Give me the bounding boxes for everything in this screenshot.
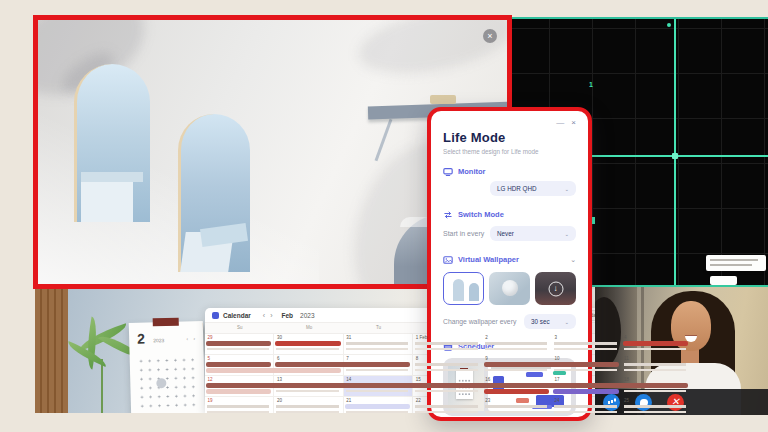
- paper-year: 2023: [153, 337, 164, 343]
- day-number: 10: [555, 356, 560, 361]
- day-number: 18: [624, 377, 629, 382]
- day-number: 15: [416, 377, 421, 382]
- chevron-down-icon: ⌄: [564, 231, 569, 237]
- start-in-every-label: Start in every: [443, 230, 484, 237]
- chevron-down-icon: ⌄: [564, 186, 569, 192]
- arched-window: [74, 64, 150, 222]
- change-wallpaper-label: Change wallpaper every: [443, 318, 516, 325]
- chat-button[interactable]: [635, 394, 652, 411]
- monitor-dropdown-value: LG HDR QHD: [497, 185, 537, 192]
- leaf-shadow: [353, 15, 512, 86]
- day-number: 16: [485, 377, 490, 382]
- switch-mode-label: Switch Mode: [458, 210, 504, 219]
- paper-day-grid: [137, 355, 198, 411]
- day-number: 22: [416, 398, 421, 403]
- next-month-button[interactable]: ›: [270, 312, 272, 319]
- switch-mode-section: Switch Mode: [443, 210, 576, 219]
- panel-title: Life Mode: [443, 130, 576, 145]
- minimize-icon[interactable]: —: [556, 119, 564, 127]
- chart-dot: [667, 23, 671, 27]
- shelf-bracket: [375, 119, 393, 161]
- close-icon[interactable]: ×: [483, 29, 497, 43]
- day-number: 2: [485, 335, 488, 340]
- calendar-event[interactable]: [345, 404, 410, 409]
- chart-tooltip-button[interactable]: [710, 276, 737, 285]
- wallpaper-thumbnail-round-chair-room[interactable]: [489, 272, 530, 305]
- change-interval-dropdown[interactable]: 30 sec ⌄: [524, 314, 576, 329]
- day-number: 23: [485, 398, 490, 403]
- crosshair-vertical-line: [674, 19, 676, 285]
- panel-subtitle: Select theme design for Life mode: [443, 148, 576, 155]
- desk-calendar-card: 2 2023 ‹ ›: [129, 321, 205, 413]
- calendar-day-cell[interactable]: 19: [205, 397, 274, 413]
- day-number: 8: [416, 356, 419, 361]
- wallpaper-thumbnail-download-more[interactable]: ↓: [535, 272, 576, 305]
- chart-tooltip: [706, 255, 766, 271]
- calendar-event[interactable]: [484, 389, 549, 394]
- calendar-event[interactable]: [206, 368, 341, 373]
- wood-slat-panel: [35, 289, 68, 413]
- day-number: 12: [208, 377, 213, 382]
- day-number: 9: [485, 356, 488, 361]
- day-number: 19: [208, 398, 213, 403]
- calendar-event[interactable]: [275, 341, 340, 346]
- current-year-label: 2023: [300, 312, 314, 319]
- volume-button[interactable]: [603, 394, 620, 411]
- wallpaper-thumbnail-arched-room[interactable]: [443, 272, 484, 305]
- day-number: 1 Feb: [416, 335, 428, 340]
- switch-mode-icon: [443, 210, 453, 219]
- day-number: 30: [277, 335, 282, 340]
- monitor-icon: [443, 167, 453, 176]
- chevron-down-icon[interactable]: ⌄: [570, 256, 576, 264]
- calendar-app-title: Calendar: [223, 312, 251, 319]
- close-icon[interactable]: ×: [571, 119, 576, 127]
- change-interval-value: 30 sec: [531, 318, 550, 325]
- day-number: 7: [346, 356, 349, 361]
- arched-window: [178, 114, 250, 272]
- virtual-wallpaper-section: Virtual Wallpaper ⌄: [443, 255, 576, 264]
- day-number: 11: [624, 356, 629, 361]
- monitor-label: Monitor: [458, 167, 486, 176]
- day-number: 25: [624, 398, 629, 403]
- life-mode-panel: — × Life Mode Select theme design for Li…: [427, 107, 592, 421]
- paper-month-number: 2: [137, 331, 145, 347]
- day-number: 21: [346, 398, 351, 403]
- prev-month-button[interactable]: ‹: [263, 312, 265, 319]
- calendar-event[interactable]: [275, 362, 410, 367]
- calendar-event[interactable]: [206, 341, 271, 346]
- download-icon: ↓: [548, 281, 563, 296]
- end-call-button[interactable]: ✕: [667, 394, 684, 411]
- paper-nav-arrows: ‹ ›: [186, 335, 197, 341]
- chevron-down-icon: ⌄: [564, 319, 569, 325]
- day-number: 3: [555, 335, 558, 340]
- calendar-tab: [153, 318, 179, 327]
- day-number: 13: [277, 377, 282, 382]
- monitor-dropdown[interactable]: LG HDR QHD ⌄: [490, 181, 576, 196]
- monitor-section: Monitor: [443, 167, 576, 176]
- weekday-label: Su: [205, 323, 274, 333]
- video-call-window: ✕: [595, 285, 768, 415]
- calendar-event[interactable]: [206, 389, 271, 394]
- start-in-every-value: Never: [497, 230, 514, 237]
- calendar-event[interactable]: [206, 383, 688, 388]
- day-number: 4: [624, 335, 627, 340]
- calendar-event[interactable]: [553, 389, 618, 394]
- day-number: 17: [555, 377, 560, 382]
- calendar-day-cell[interactable]: 20: [274, 397, 343, 413]
- start-in-every-dropdown[interactable]: Never ⌄: [490, 226, 576, 241]
- day-number: 29: [208, 335, 213, 340]
- crosshair-intersection: [672, 153, 678, 159]
- weekday-label: Mo: [274, 323, 343, 333]
- day-number: 31: [346, 335, 351, 340]
- wallpaper-thumbnail-row: ↓: [443, 272, 576, 305]
- calendar-event[interactable]: [206, 362, 271, 367]
- day-number: 24: [555, 398, 560, 403]
- picture-icon: [443, 255, 453, 264]
- calendar-event[interactable]: [484, 362, 619, 367]
- chart-marker: 1: [589, 81, 593, 88]
- plant-stem: [101, 359, 103, 413]
- day-number: 14: [346, 377, 351, 382]
- calendar-event[interactable]: [623, 341, 688, 346]
- calendar-day-cell[interactable]: 31: [344, 334, 413, 354]
- calendar-app-icon: [212, 312, 219, 319]
